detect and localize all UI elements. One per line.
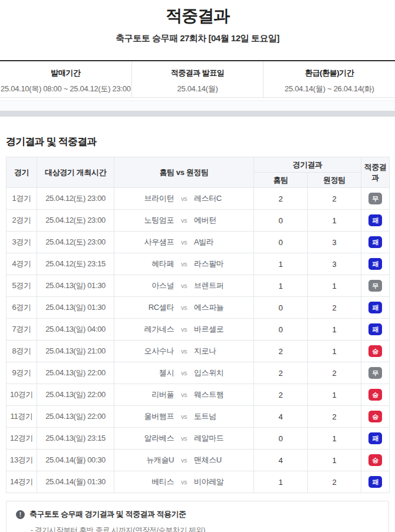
away-score: 1 [308,210,361,232]
hit-result-cell: 승 [361,384,390,406]
table-row: 4경기 25.04.12(토) 23:15 헤타페 vs 라스팔마 1 3 패 [6,253,390,275]
away-team-name: 레스터C [194,193,254,204]
match-number: 13경기 [6,450,37,471]
match-datetime: 25.04.13(일) 21:00 [37,341,114,362]
hit-result-cell: 무 [361,188,390,210]
teams-cell: 첼시 vs 입스위치 [114,362,254,384]
table-row: 9경기 25.04.13(일) 22:00 첼시 vs 입스위치 2 2 무 [6,362,390,384]
home-team-name: 알라베스 [114,433,174,444]
match-datetime: 25.04.12(토) 23:00 [37,188,114,210]
match-number: 2경기 [6,210,37,232]
match-datetime: 25.04.14(월) 01:30 [37,471,114,493]
divider-band-light [0,100,395,111]
hit-result-cell: 승 [361,341,390,362]
note-line: - 경기시작부터 후반 종료 시까지(연장전/승부차기 제외) [31,526,379,532]
teams-cell: 레가네스 vs 바르셀로 [114,319,254,341]
home-team-name: 레가네스 [114,324,174,335]
hit-result-cell: 무 [361,362,390,384]
away-score: 3 [308,232,361,253]
exclamation-circle-icon: ! [16,510,25,519]
divider-band-gray [0,111,395,117]
teams-cell: 뉴캐슬U vs 맨체스U [114,450,254,471]
vs-label: vs [174,435,194,442]
table-row: 1경기 25.04.12(토) 23:00 브라이턴 vs 레스터C 2 2 무 [6,188,390,210]
home-team-name: 베티스 [114,477,174,487]
result-badge: 무 [368,280,382,292]
table-row: 8경기 25.04.13(일) 21:00 오사수나 vs 지로나 2 1 승 [6,341,390,362]
match-number: 12경기 [6,428,37,450]
col-header-teams: 홈팀 vs 원정팀 [114,157,254,188]
match-datetime: 25.04.12(토) 23:00 [37,210,114,232]
match-number: 5경기 [6,275,37,297]
away-score: 1 [308,275,361,297]
home-score: 2 [254,341,308,362]
away-score: 2 [308,362,361,384]
away-team-name: 바르셀로 [194,324,254,335]
result-badge: 패 [368,258,382,270]
hit-result-cell: 무 [361,275,390,297]
match-datetime: 25.04.13(일) 01:30 [37,297,114,319]
table-row: 13경기 25.04.14(월) 00:30 뉴캐슬U vs 맨체스U 4 1 … [6,450,390,471]
away-score: 2 [308,188,361,210]
info-sale-period: 발매기간 25.04.10(목) 08:00 ~ 25.04.12(토) 23:… [0,61,131,97]
hit-result-cell: 승 [361,450,390,471]
table-row: 10경기 25.04.13(일) 22:00 리버풀 vs 웨스트햄 2 1 승 [6,384,390,406]
teams-cell: 알라베스 vs 레알마드 [114,428,254,450]
home-score: 1 [254,275,308,297]
col-header-hit: 적중결과 [361,157,390,188]
match-datetime: 25.04.12(토) 23:00 [37,232,114,253]
teams-cell: 브라이턴 vs 레스터C [114,188,254,210]
home-score: 2 [254,384,308,406]
col-header-result-group: 경기결과 [254,157,361,173]
results-tbody: 1경기 25.04.12(토) 23:00 브라이턴 vs 레스터C 2 2 무… [6,188,390,493]
match-number: 3경기 [6,232,37,253]
home-score: 1 [254,471,308,493]
match-datetime: 25.04.13(일) 22:00 [37,362,114,384]
home-team-name: 헤타페 [114,259,174,269]
away-team-name: 브렌트퍼 [194,280,254,291]
home-score: 0 [254,319,308,341]
vs-label: vs [174,260,194,267]
info-label: 발매기간 [0,68,131,78]
result-badge: 패 [368,214,382,226]
hit-result-cell: 패 [361,232,390,253]
result-badge: 패 [368,476,382,488]
away-score: 1 [308,319,361,341]
teams-cell: 아스널 vs 브렌트퍼 [114,275,254,297]
result-badge: 승 [368,454,382,466]
table-row: 2경기 25.04.12(토) 23:00 노팅엄포 vs 에버턴 0 1 패 [6,210,390,232]
teams-cell: 리버풀 vs 웨스트햄 [114,384,254,406]
home-score: 4 [254,406,308,428]
result-badge: 승 [368,389,382,401]
round-subtitle: 축구토토 승무패 27회차 [04월 12일 토요일] [0,33,395,44]
home-team-name: 첼시 [114,368,174,378]
match-number: 10경기 [6,384,37,406]
col-header-home-score: 홈팀 [254,173,308,188]
result-badge: 패 [368,236,382,248]
vs-label: vs [174,304,194,311]
match-number: 9경기 [6,362,37,384]
result-badge: 무 [368,367,382,379]
match-number: 7경기 [6,319,37,341]
home-score: 0 [254,210,308,232]
info-value: 25.04.10(목) 08:00 ~ 25.04.12(토) 23:00 [0,84,131,94]
away-team-name: 웨스트햄 [194,389,254,400]
home-score: 4 [254,450,308,471]
vs-label: vs [174,195,194,202]
info-label: 적중결과 발표일 [132,68,264,78]
away-team-name: 에스파뇰 [194,302,254,313]
hit-result-cell: 패 [361,210,390,232]
info-value: 25.04.14(월) [132,84,264,94]
match-datetime: 25.04.13(일) 23:15 [37,428,114,450]
match-number: 11경기 [6,406,37,428]
away-score: 1 [308,341,361,362]
away-team-name: 입스위치 [194,368,254,378]
match-number: 1경기 [6,188,37,210]
section-title: 경기결과 및 적중결과 [6,135,395,148]
info-value: 25.04.14(월) ~ 26.04.14(화) [264,84,395,94]
home-team-name: 뉴캐슬U [114,455,174,465]
match-datetime: 25.04.13(일) 01:30 [37,275,114,297]
home-team-name: RC셀타 [114,302,174,313]
result-badge: 패 [368,323,382,335]
table-row: 14경기 25.04.14(월) 01:30 베티스 vs 비야레알 1 2 패 [6,471,390,493]
